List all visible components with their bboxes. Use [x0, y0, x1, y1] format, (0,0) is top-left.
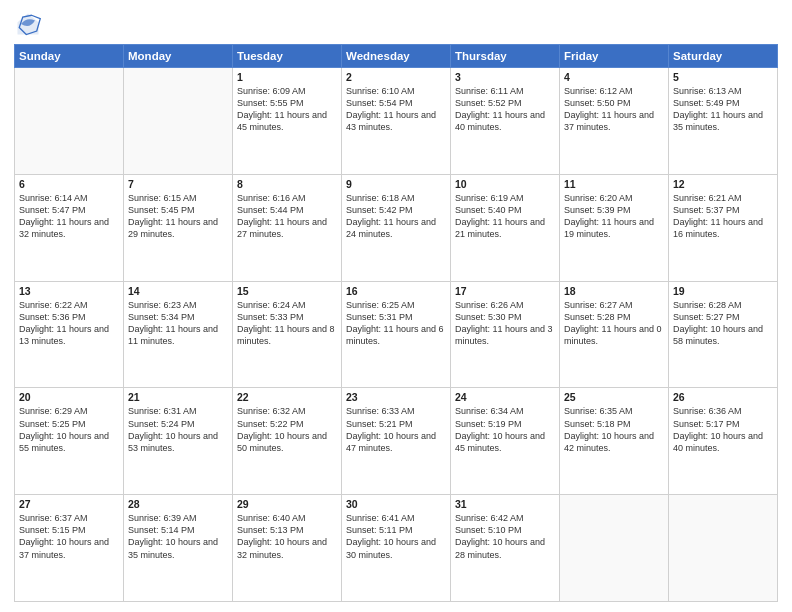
day-number: 16	[346, 285, 446, 297]
day-info: Sunrise: 6:28 AM Sunset: 5:27 PM Dayligh…	[673, 299, 773, 348]
header	[14, 10, 778, 38]
calendar-cell: 21Sunrise: 6:31 AM Sunset: 5:24 PM Dayli…	[124, 388, 233, 495]
weekday-header-wednesday: Wednesday	[342, 45, 451, 68]
day-number: 17	[455, 285, 555, 297]
calendar-cell: 11Sunrise: 6:20 AM Sunset: 5:39 PM Dayli…	[560, 174, 669, 281]
calendar-cell: 15Sunrise: 6:24 AM Sunset: 5:33 PM Dayli…	[233, 281, 342, 388]
calendar-cell: 31Sunrise: 6:42 AM Sunset: 5:10 PM Dayli…	[451, 495, 560, 602]
calendar-cell: 22Sunrise: 6:32 AM Sunset: 5:22 PM Dayli…	[233, 388, 342, 495]
day-info: Sunrise: 6:27 AM Sunset: 5:28 PM Dayligh…	[564, 299, 664, 348]
weekday-header-sunday: Sunday	[15, 45, 124, 68]
calendar-container: SundayMondayTuesdayWednesdayThursdayFrid…	[0, 0, 792, 612]
calendar-table: SundayMondayTuesdayWednesdayThursdayFrid…	[14, 44, 778, 602]
logo-icon	[14, 10, 42, 38]
day-info: Sunrise: 6:19 AM Sunset: 5:40 PM Dayligh…	[455, 192, 555, 241]
day-info: Sunrise: 6:25 AM Sunset: 5:31 PM Dayligh…	[346, 299, 446, 348]
calendar-cell: 19Sunrise: 6:28 AM Sunset: 5:27 PM Dayli…	[669, 281, 778, 388]
day-info: Sunrise: 6:39 AM Sunset: 5:14 PM Dayligh…	[128, 512, 228, 561]
calendar-cell: 7Sunrise: 6:15 AM Sunset: 5:45 PM Daylig…	[124, 174, 233, 281]
day-info: Sunrise: 6:15 AM Sunset: 5:45 PM Dayligh…	[128, 192, 228, 241]
calendar-week-row: 27Sunrise: 6:37 AM Sunset: 5:15 PM Dayli…	[15, 495, 778, 602]
day-info: Sunrise: 6:32 AM Sunset: 5:22 PM Dayligh…	[237, 405, 337, 454]
calendar-cell: 18Sunrise: 6:27 AM Sunset: 5:28 PM Dayli…	[560, 281, 669, 388]
calendar-cell: 4Sunrise: 6:12 AM Sunset: 5:50 PM Daylig…	[560, 68, 669, 175]
calendar-week-row: 13Sunrise: 6:22 AM Sunset: 5:36 PM Dayli…	[15, 281, 778, 388]
day-info: Sunrise: 6:26 AM Sunset: 5:30 PM Dayligh…	[455, 299, 555, 348]
calendar-cell: 17Sunrise: 6:26 AM Sunset: 5:30 PM Dayli…	[451, 281, 560, 388]
day-info: Sunrise: 6:09 AM Sunset: 5:55 PM Dayligh…	[237, 85, 337, 134]
day-info: Sunrise: 6:12 AM Sunset: 5:50 PM Dayligh…	[564, 85, 664, 134]
weekday-header-tuesday: Tuesday	[233, 45, 342, 68]
day-number: 24	[455, 391, 555, 403]
day-info: Sunrise: 6:35 AM Sunset: 5:18 PM Dayligh…	[564, 405, 664, 454]
day-info: Sunrise: 6:18 AM Sunset: 5:42 PM Dayligh…	[346, 192, 446, 241]
calendar-cell: 9Sunrise: 6:18 AM Sunset: 5:42 PM Daylig…	[342, 174, 451, 281]
calendar-cell: 8Sunrise: 6:16 AM Sunset: 5:44 PM Daylig…	[233, 174, 342, 281]
weekday-header-thursday: Thursday	[451, 45, 560, 68]
calendar-cell: 29Sunrise: 6:40 AM Sunset: 5:13 PM Dayli…	[233, 495, 342, 602]
day-number: 9	[346, 178, 446, 190]
day-number: 27	[19, 498, 119, 510]
day-number: 10	[455, 178, 555, 190]
calendar-cell: 25Sunrise: 6:35 AM Sunset: 5:18 PM Dayli…	[560, 388, 669, 495]
calendar-cell: 10Sunrise: 6:19 AM Sunset: 5:40 PM Dayli…	[451, 174, 560, 281]
day-number: 5	[673, 71, 773, 83]
calendar-week-row: 1Sunrise: 6:09 AM Sunset: 5:55 PM Daylig…	[15, 68, 778, 175]
weekday-header-row: SundayMondayTuesdayWednesdayThursdayFrid…	[15, 45, 778, 68]
calendar-header: SundayMondayTuesdayWednesdayThursdayFrid…	[15, 45, 778, 68]
day-number: 14	[128, 285, 228, 297]
day-number: 4	[564, 71, 664, 83]
day-info: Sunrise: 6:21 AM Sunset: 5:37 PM Dayligh…	[673, 192, 773, 241]
day-info: Sunrise: 6:14 AM Sunset: 5:47 PM Dayligh…	[19, 192, 119, 241]
logo	[14, 10, 46, 38]
day-info: Sunrise: 6:22 AM Sunset: 5:36 PM Dayligh…	[19, 299, 119, 348]
day-number: 21	[128, 391, 228, 403]
day-info: Sunrise: 6:16 AM Sunset: 5:44 PM Dayligh…	[237, 192, 337, 241]
calendar-cell	[124, 68, 233, 175]
calendar-cell: 30Sunrise: 6:41 AM Sunset: 5:11 PM Dayli…	[342, 495, 451, 602]
day-info: Sunrise: 6:10 AM Sunset: 5:54 PM Dayligh…	[346, 85, 446, 134]
day-number: 1	[237, 71, 337, 83]
day-number: 12	[673, 178, 773, 190]
day-info: Sunrise: 6:42 AM Sunset: 5:10 PM Dayligh…	[455, 512, 555, 561]
day-number: 22	[237, 391, 337, 403]
day-info: Sunrise: 6:40 AM Sunset: 5:13 PM Dayligh…	[237, 512, 337, 561]
day-number: 6	[19, 178, 119, 190]
day-info: Sunrise: 6:41 AM Sunset: 5:11 PM Dayligh…	[346, 512, 446, 561]
day-info: Sunrise: 6:11 AM Sunset: 5:52 PM Dayligh…	[455, 85, 555, 134]
calendar-cell	[560, 495, 669, 602]
day-number: 11	[564, 178, 664, 190]
calendar-week-row: 6Sunrise: 6:14 AM Sunset: 5:47 PM Daylig…	[15, 174, 778, 281]
calendar-cell: 27Sunrise: 6:37 AM Sunset: 5:15 PM Dayli…	[15, 495, 124, 602]
day-number: 28	[128, 498, 228, 510]
weekday-header-saturday: Saturday	[669, 45, 778, 68]
calendar-cell: 1Sunrise: 6:09 AM Sunset: 5:55 PM Daylig…	[233, 68, 342, 175]
day-number: 20	[19, 391, 119, 403]
day-number: 13	[19, 285, 119, 297]
calendar-cell: 14Sunrise: 6:23 AM Sunset: 5:34 PM Dayli…	[124, 281, 233, 388]
day-info: Sunrise: 6:20 AM Sunset: 5:39 PM Dayligh…	[564, 192, 664, 241]
calendar-cell: 20Sunrise: 6:29 AM Sunset: 5:25 PM Dayli…	[15, 388, 124, 495]
day-info: Sunrise: 6:13 AM Sunset: 5:49 PM Dayligh…	[673, 85, 773, 134]
calendar-body: 1Sunrise: 6:09 AM Sunset: 5:55 PM Daylig…	[15, 68, 778, 602]
day-info: Sunrise: 6:33 AM Sunset: 5:21 PM Dayligh…	[346, 405, 446, 454]
weekday-header-friday: Friday	[560, 45, 669, 68]
day-number: 26	[673, 391, 773, 403]
calendar-cell: 13Sunrise: 6:22 AM Sunset: 5:36 PM Dayli…	[15, 281, 124, 388]
calendar-cell: 26Sunrise: 6:36 AM Sunset: 5:17 PM Dayli…	[669, 388, 778, 495]
day-number: 7	[128, 178, 228, 190]
day-info: Sunrise: 6:24 AM Sunset: 5:33 PM Dayligh…	[237, 299, 337, 348]
calendar-cell: 5Sunrise: 6:13 AM Sunset: 5:49 PM Daylig…	[669, 68, 778, 175]
day-number: 23	[346, 391, 446, 403]
day-info: Sunrise: 6:36 AM Sunset: 5:17 PM Dayligh…	[673, 405, 773, 454]
day-info: Sunrise: 6:23 AM Sunset: 5:34 PM Dayligh…	[128, 299, 228, 348]
calendar-cell: 24Sunrise: 6:34 AM Sunset: 5:19 PM Dayli…	[451, 388, 560, 495]
day-info: Sunrise: 6:37 AM Sunset: 5:15 PM Dayligh…	[19, 512, 119, 561]
day-info: Sunrise: 6:34 AM Sunset: 5:19 PM Dayligh…	[455, 405, 555, 454]
day-number: 25	[564, 391, 664, 403]
calendar-cell: 2Sunrise: 6:10 AM Sunset: 5:54 PM Daylig…	[342, 68, 451, 175]
day-number: 3	[455, 71, 555, 83]
calendar-cell: 6Sunrise: 6:14 AM Sunset: 5:47 PM Daylig…	[15, 174, 124, 281]
calendar-cell: 12Sunrise: 6:21 AM Sunset: 5:37 PM Dayli…	[669, 174, 778, 281]
calendar-cell: 16Sunrise: 6:25 AM Sunset: 5:31 PM Dayli…	[342, 281, 451, 388]
